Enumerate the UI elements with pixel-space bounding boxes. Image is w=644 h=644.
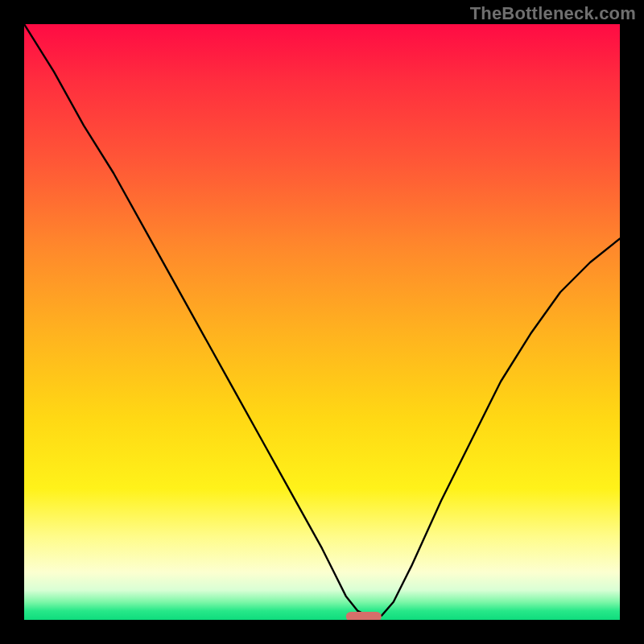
chart-svg [24, 24, 620, 620]
bottleneck-curve-line [24, 24, 620, 617]
plot-area [24, 24, 620, 620]
chart-stage: TheBottleneck.com [0, 0, 644, 644]
watermark-text: TheBottleneck.com [470, 3, 636, 24]
